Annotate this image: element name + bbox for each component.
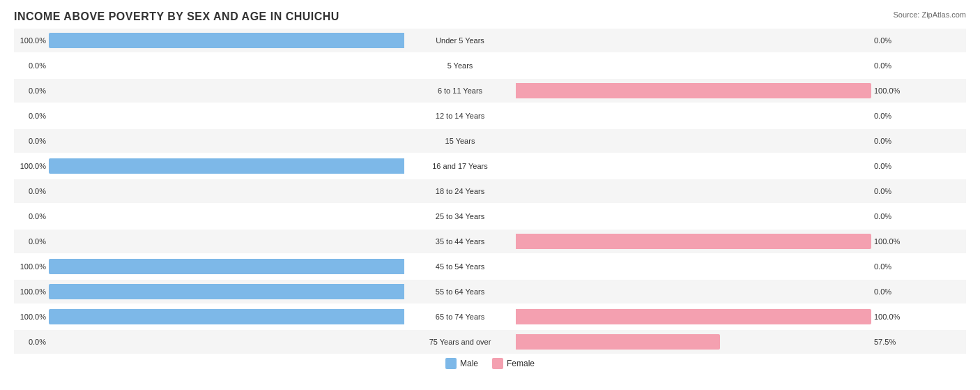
female-value: 0.0% [874,262,905,271]
left-bar-track [49,33,404,48]
male-bar [49,158,404,174]
right-bar-container: 100.0% [516,305,906,329]
age-label: 75 Years and over [404,338,516,346]
chart-title: INCOME ABOVE POVERTY BY SEX AND AGE IN C… [14,10,966,23]
left-bar-track [49,133,404,149]
left-bar-container: 0.0% [14,230,404,253]
right-bar-track [516,158,871,174]
chart-row: 0.0% 75 Years and over 57.5% [14,330,966,354]
right-bar-track [516,284,871,299]
left-bar-track [49,284,404,299]
chart-row: 0.0% 18 to 24 Years 0.0% [14,179,966,203]
chart-row: 100.0% 16 and 17 Years 0.0% [14,154,966,178]
right-bar-container: 100.0% [516,230,906,253]
male-value: 0.0% [20,87,46,95]
age-label: 35 to 44 Years [404,237,516,246]
female-value: 0.0% [874,36,905,45]
source-text: Source: ZipAtlas.com [893,10,966,19]
female-value: 0.0% [874,61,905,70]
left-bar-track [49,58,404,73]
female-value: 0.0% [874,212,905,220]
left-bar-container: 0.0% [14,129,404,153]
left-bar-container: 0.0% [14,79,404,103]
female-value: 0.0% [874,162,905,170]
chart-row: 100.0% Under 5 Years 0.0% [14,29,966,52]
female-value: 100.0% [874,87,905,95]
left-bar-container: 0.0% [14,204,404,228]
male-value: 0.0% [20,61,46,70]
chart-container: INCOME ABOVE POVERTY BY SEX AND AGE IN C… [0,0,980,390]
male-bar [49,33,404,48]
female-bar [516,309,871,324]
age-label: 65 to 74 Years [404,313,516,321]
legend: Male Female [14,358,966,369]
left-bar-container: 100.0% [14,255,404,278]
age-label: 6 to 11 Years [404,87,516,95]
left-bar-container: 100.0% [14,29,404,52]
male-value: 100.0% [20,262,46,271]
right-bar-container: 0.0% [516,129,906,153]
right-bar-container: 0.0% [516,280,906,303]
right-bar-container: 0.0% [516,255,906,278]
left-bar-container: 100.0% [14,154,404,178]
left-bar-container: 0.0% [14,330,404,354]
chart-row: 100.0% 55 to 64 Years 0.0% [14,280,966,303]
right-bar-track [516,259,871,274]
left-bar-track [49,83,404,98]
age-label: 45 to 54 Years [404,262,516,271]
female-bar [516,83,871,98]
left-bar-track [49,334,404,350]
left-bar-track [49,234,404,249]
male-value: 0.0% [20,338,46,346]
legend-female-label: Female [507,359,535,368]
age-label: 18 to 24 Years [404,187,516,195]
male-value: 0.0% [20,237,46,246]
left-bar-track [49,108,404,123]
male-bar [49,284,404,299]
age-label: Under 5 Years [404,36,516,45]
legend-male-item: Male [445,358,478,369]
left-bar-track [49,183,404,199]
right-bar-container: 0.0% [516,204,906,228]
right-bar-track [516,133,871,149]
age-label: 25 to 34 Years [404,212,516,220]
female-value: 0.0% [874,112,905,120]
age-label: 55 to 64 Years [404,287,516,296]
female-value: 100.0% [874,237,905,246]
right-bar-container: 0.0% [516,29,906,52]
male-value: 0.0% [20,112,46,120]
right-bar-track [516,33,871,48]
chart-row: 0.0% 5 Years 0.0% [14,54,966,77]
chart-row: 0.0% 12 to 14 Years 0.0% [14,104,966,128]
male-value: 0.0% [20,137,46,145]
legend-female-item: Female [492,358,535,369]
chart-row: 0.0% 35 to 44 Years 100.0% [14,230,966,253]
right-bar-container: 0.0% [516,54,906,77]
male-value: 0.0% [20,212,46,220]
age-label: 5 Years [404,61,516,70]
left-bar-track [49,259,404,274]
left-bar-container: 0.0% [14,179,404,203]
left-bar-track [49,209,404,224]
female-bar [516,334,720,350]
right-bar-container: 0.0% [516,179,906,203]
male-value: 100.0% [20,36,46,45]
left-bar-container: 100.0% [14,280,404,303]
legend-male-label: Male [460,359,478,368]
chart-row: 0.0% 15 Years 0.0% [14,129,966,153]
chart-row: 0.0% 25 to 34 Years 0.0% [14,204,966,228]
right-bar-container: 0.0% [516,154,906,178]
right-bar-track [516,108,871,123]
chart-row: 100.0% 65 to 74 Years 100.0% [14,305,966,329]
right-bar-container: 57.5% [516,330,906,354]
female-value: 0.0% [874,287,905,296]
right-bar-track [516,83,871,98]
legend-female-box [492,358,503,369]
female-bar [516,234,871,249]
male-value: 100.0% [20,313,46,321]
female-value: 0.0% [874,187,905,195]
left-bar-container: 0.0% [14,104,404,128]
right-bar-track [516,309,871,324]
right-bar-track [516,58,871,73]
male-bar [49,309,404,324]
